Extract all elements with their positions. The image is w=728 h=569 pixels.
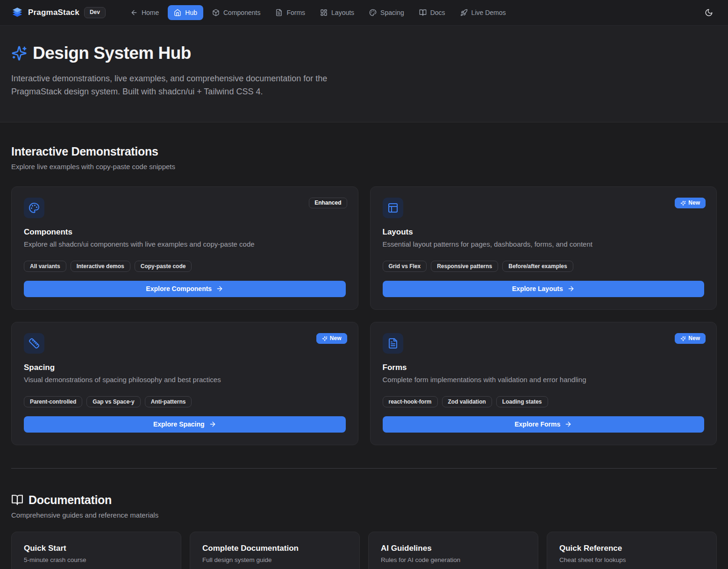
- nav-item-hub[interactable]: Hub: [168, 5, 203, 20]
- card-description: Complete form implementations with valid…: [383, 376, 705, 384]
- book-open-icon: [11, 494, 23, 506]
- tag-row: All variants Interactive demos Copy-past…: [24, 261, 346, 272]
- arrow-right-icon: [564, 420, 572, 428]
- card-title: Components: [24, 228, 346, 237]
- palette-icon: [24, 198, 44, 218]
- tag: Before/after examples: [502, 261, 573, 272]
- doc-card-title: Complete Documentation: [202, 544, 347, 553]
- hero-section: Design System Hub Interactive demonstrat…: [0, 26, 728, 122]
- sparkles-icon: [11, 45, 27, 61]
- moon-icon: [705, 8, 713, 17]
- page-title: Design System Hub: [33, 43, 191, 63]
- card-title: Spacing: [24, 363, 346, 372]
- card-description: Essential layout patterns for pages, das…: [383, 240, 705, 248]
- sparkles-icon: [680, 336, 686, 341]
- tag: Parent-controlled: [24, 396, 82, 407]
- tag-row: react-hook-form Zod validation Loading s…: [383, 396, 705, 407]
- tag: Copy-paste code: [135, 261, 192, 272]
- doc-card-description: 5-minute crash course: [24, 556, 169, 563]
- tag: Interactive demos: [71, 261, 130, 272]
- card-description: Visual demonstrations of spacing philoso…: [24, 376, 346, 384]
- card-description: Explore all shadcn/ui components with li…: [24, 240, 346, 248]
- tag: Zod validation: [442, 396, 492, 407]
- env-badge: Dev: [84, 7, 106, 18]
- section-divider: [11, 468, 717, 469]
- doc-card-description: Cheat sheet for lookups: [559, 556, 704, 563]
- nav-item-components[interactable]: Components: [206, 5, 266, 20]
- layers-logo-icon: [11, 7, 23, 19]
- demo-card-spacing: New Spacing Visual demonstrations of spa…: [11, 322, 358, 445]
- palette-icon: [369, 9, 377, 16]
- arrow-right-icon: [216, 285, 223, 292]
- main-nav: Home Hub Components Forms Layouts: [124, 5, 512, 20]
- nav-item-docs[interactable]: Docs: [413, 5, 451, 20]
- hero-description: Interactive demonstrations, live example…: [11, 72, 359, 99]
- documentation-header: Documentation: [11, 493, 717, 507]
- nav-item-live-demos[interactable]: Live Demos: [454, 5, 512, 20]
- demos-section-title: Interactive Demonstrations: [11, 145, 717, 158]
- book-open-icon: [419, 9, 427, 16]
- nav-item-spacing[interactable]: Spacing: [363, 5, 410, 20]
- arrow-right-icon: [209, 420, 216, 428]
- doc-card-title: Quick Reference: [559, 544, 704, 553]
- doc-card-quick-start[interactable]: Quick Start 5-minute crash course: [11, 532, 181, 569]
- new-badge: New: [316, 333, 347, 344]
- doc-card-title: Quick Start: [24, 544, 169, 553]
- home-icon: [174, 9, 181, 16]
- theme-toggle-button[interactable]: [701, 5, 717, 21]
- tag-row: Grid vs Flex Responsive patterns Before/…: [383, 261, 705, 272]
- card-title: Layouts: [383, 228, 705, 237]
- demo-card-components: Enhanced Components Explore all shadcn/u…: [11, 186, 358, 310]
- explore-layouts-button[interactable]: Explore Layouts: [383, 281, 705, 297]
- explore-forms-button[interactable]: Explore Forms: [383, 416, 705, 433]
- documentation-section-title: Documentation: [29, 493, 112, 507]
- nav-item-layouts[interactable]: Layouts: [314, 5, 360, 20]
- documentation-section-subtitle: Comprehensive guides and reference mater…: [11, 511, 717, 519]
- navbar: PragmaStack Dev Home Hub Components Fo: [0, 0, 728, 26]
- nav-item-forms[interactable]: Forms: [269, 5, 311, 20]
- tag: All variants: [24, 261, 66, 272]
- explore-spacing-button[interactable]: Explore Spacing: [24, 416, 346, 433]
- demo-card-layouts: New Layouts Essential layout patterns fo…: [370, 186, 717, 310]
- doc-card-ai-guidelines[interactable]: AI Guidelines Rules for AI code generati…: [368, 532, 538, 569]
- arrow-right-icon: [567, 285, 575, 292]
- rocket-icon: [460, 9, 468, 16]
- new-badge: New: [675, 198, 706, 209]
- doc-card-quick-reference[interactable]: Quick Reference Cheat sheet for lookups: [547, 532, 717, 569]
- doc-card-grid: Quick Start 5-minute crash course Comple…: [11, 532, 717, 569]
- tag: Grid vs Flex: [383, 261, 427, 272]
- box-icon: [212, 9, 220, 16]
- card-title: Forms: [383, 363, 705, 372]
- panels-top-left-icon: [383, 198, 403, 218]
- file-text-icon: [275, 9, 283, 16]
- nav-item-home[interactable]: Home: [124, 5, 165, 20]
- tag-row: Parent-controlled Gap vs Space-y Anti-pa…: [24, 396, 346, 407]
- sparkles-icon: [680, 200, 686, 206]
- ruler-icon: [24, 333, 44, 354]
- new-badge: New: [675, 333, 706, 344]
- tag: react-hook-form: [383, 396, 438, 407]
- tag: Loading states: [496, 396, 548, 407]
- demos-section-subtitle: Explore live examples with copy-paste co…: [11, 163, 717, 171]
- doc-card-complete-documentation[interactable]: Complete Documentation Full design syste…: [190, 532, 360, 569]
- explore-components-button[interactable]: Explore Components: [24, 281, 346, 297]
- brand-name: PragmaStack: [28, 8, 79, 17]
- status-badge: Enhanced: [309, 198, 347, 209]
- tag: Responsive patterns: [431, 261, 498, 272]
- brand[interactable]: PragmaStack Dev: [11, 7, 106, 19]
- doc-card-description: Rules for AI code generation: [381, 556, 526, 563]
- main-content: Interactive Demonstrations Explore live …: [0, 122, 728, 569]
- layout-grid-icon: [320, 9, 328, 16]
- doc-card-description: Full design system guide: [202, 556, 347, 563]
- arrow-left-icon: [130, 9, 138, 16]
- sparkles-icon: [322, 336, 328, 341]
- demo-card-forms: New Forms Complete form implementations …: [370, 322, 717, 445]
- file-text-icon: [383, 333, 403, 354]
- doc-card-title: AI Guidelines: [381, 544, 526, 553]
- demo-card-grid: Enhanced Components Explore all shadcn/u…: [11, 186, 717, 445]
- tag: Gap vs Space-y: [86, 396, 140, 407]
- tag: Anti-patterns: [145, 396, 192, 407]
